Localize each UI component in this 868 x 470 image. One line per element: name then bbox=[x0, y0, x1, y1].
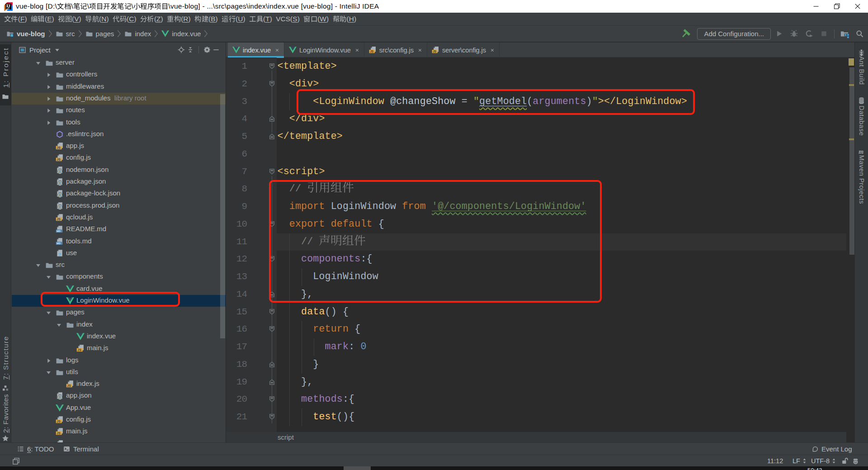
stop-button[interactable] bbox=[819, 28, 829, 39]
tool-window-button-terminal[interactable]: Terminal bbox=[63, 443, 99, 455]
search-everywhere-button[interactable] bbox=[854, 28, 865, 39]
fold-marker-start[interactable] bbox=[268, 80, 276, 88]
menu-item-e[interactable]: (E) bbox=[29, 13, 56, 26]
tree-item-pages[interactable]: pages bbox=[12, 307, 226, 318]
breadcrumb-script[interactable]: script bbox=[278, 433, 294, 441]
inspection-status-marker[interactable] bbox=[849, 58, 854, 66]
tree-item-process.prod.json[interactable]: process.prod.json bbox=[12, 200, 226, 212]
run-button[interactable] bbox=[774, 28, 784, 39]
encoding-widget[interactable]: UTF-8 bbox=[811, 455, 836, 467]
tree-item-package.json[interactable]: package.json bbox=[12, 176, 226, 188]
collapsed-arrow-icon[interactable] bbox=[46, 72, 52, 78]
editor-scrollbar-stripe[interactable] bbox=[846, 57, 854, 442]
fold-marker-start[interactable] bbox=[268, 62, 276, 70]
editor-breadcrumbs[interactable]: script bbox=[226, 432, 846, 442]
menu-item-z[interactable]: (Z) bbox=[138, 13, 165, 26]
editor-tab-server-config.js[interactable]: server\config.js bbox=[427, 43, 500, 57]
expanded-arrow-icon[interactable] bbox=[46, 274, 52, 280]
tree-item-src[interactable]: src bbox=[12, 259, 226, 271]
collapsed-arrow-icon[interactable] bbox=[46, 84, 52, 90]
build-button[interactable] bbox=[680, 28, 691, 39]
line-separator-widget[interactable]: LF bbox=[793, 455, 807, 467]
tree-item-use[interactable]: use bbox=[12, 247, 226, 259]
tool-window-button-eventlog[interactable]: Event Log bbox=[811, 443, 852, 455]
tree-item-package-lock.json[interactable]: package-lock.json bbox=[12, 188, 226, 199]
tree-item-qcloud.js[interactable]: qcloud.js bbox=[12, 212, 226, 223]
breadcrumb-item-index[interactable]: index bbox=[124, 30, 151, 38]
collapsed-arrow-icon[interactable] bbox=[46, 96, 52, 102]
expanded-arrow-icon[interactable] bbox=[46, 310, 52, 316]
tool-window-button-antbuild[interactable]: Ant Build bbox=[855, 49, 868, 85]
chevron-down-icon[interactable] bbox=[54, 47, 60, 53]
fold-marker-end[interactable] bbox=[268, 361, 276, 368]
project-panel-header[interactable]: Project bbox=[12, 43, 226, 57]
tool-window-button-todo[interactable]: 6: TODO bbox=[17, 443, 54, 455]
tree-item-components[interactable]: components bbox=[12, 271, 226, 283]
fold-marker-end[interactable] bbox=[268, 378, 276, 386]
add-configuration-button[interactable]: Add Configuration... bbox=[697, 28, 771, 40]
debug-button[interactable] bbox=[789, 28, 799, 39]
coverage-button[interactable] bbox=[804, 28, 814, 39]
caret-position-widget[interactable]: 11:12 bbox=[767, 455, 783, 467]
maximize-button[interactable] bbox=[826, 0, 847, 13]
expanded-arrow-icon[interactable] bbox=[35, 60, 41, 66]
expanded-arrow-icon[interactable] bbox=[46, 370, 52, 375]
tree-item-node_modules[interactable]: node_modules library root bbox=[12, 93, 226, 104]
hector-widget[interactable] bbox=[852, 455, 859, 467]
collapsed-arrow-icon[interactable] bbox=[46, 358, 52, 364]
expanded-arrow-icon[interactable] bbox=[56, 322, 62, 328]
tool-window-button-project[interactable]: 1: Project bbox=[0, 44, 11, 105]
menu-item-t[interactable]: (T) bbox=[247, 13, 274, 26]
tree-item-tools[interactable]: tools bbox=[12, 117, 226, 128]
tree-item-partial[interactable] bbox=[12, 438, 226, 442]
tree-item-tools.md[interactable]: tools.md bbox=[12, 236, 226, 247]
tree-item-middlewares[interactable]: middlewares bbox=[12, 81, 226, 93]
menu-item-f[interactable]: (F) bbox=[2, 13, 29, 26]
editor-tab-index.vue[interactable]: index.vue bbox=[228, 43, 284, 57]
breadcrumb-item-index.vue[interactable]: index.vue bbox=[161, 30, 201, 38]
collapse-all-icon[interactable] bbox=[187, 46, 194, 53]
close-tab-icon[interactable] bbox=[490, 48, 495, 52]
tree-item-routes[interactable]: routes bbox=[12, 104, 226, 116]
tree-item-main.js[interactable]: main.js bbox=[12, 342, 226, 354]
project-tree-scrollbar[interactable] bbox=[220, 94, 225, 338]
warning-stripe-mark[interactable] bbox=[849, 84, 854, 86]
tree-item-App.vue[interactable]: App.vue bbox=[12, 402, 226, 414]
fold-marker-start[interactable] bbox=[268, 395, 276, 403]
menu-item-n[interactable]: (N) bbox=[83, 13, 111, 26]
fold-marker-start[interactable] bbox=[268, 413, 276, 421]
tool-window-button-structure[interactable]: 7: Structure bbox=[0, 333, 11, 392]
tree-item-config.js[interactable]: config.js bbox=[12, 414, 226, 426]
breadcrumb-item-src[interactable]: src bbox=[56, 30, 75, 38]
tree-item-index[interactable]: index bbox=[12, 319, 226, 331]
tree-item-README.md[interactable]: README.md bbox=[12, 223, 226, 235]
toggle-toolwindows-button[interactable] bbox=[12, 455, 20, 467]
menu-item-v[interactable]: (V) bbox=[56, 13, 83, 26]
fold-marker-start[interactable] bbox=[268, 308, 276, 316]
editor-tab-src-config.js[interactable]: src\config.js bbox=[364, 43, 427, 57]
menu-item-vcss[interactable]: VCS(S) bbox=[274, 13, 302, 26]
collapsed-arrow-icon[interactable] bbox=[46, 120, 52, 126]
menu-item-b[interactable]: (B) bbox=[193, 13, 220, 26]
fold-marker-start[interactable] bbox=[268, 168, 276, 176]
menu-item-w[interactable]: (W) bbox=[302, 13, 330, 26]
project-structure-button[interactable] bbox=[840, 28, 850, 39]
tree-item-nodemon.json[interactable]: nodemon.json bbox=[12, 164, 226, 176]
close-tab-icon[interactable] bbox=[418, 48, 422, 52]
tree-item-utils[interactable]: utils bbox=[12, 366, 226, 378]
fold-marker-end[interactable] bbox=[268, 133, 276, 140]
tool-window-button-favorites[interactable]: 2: Favorites bbox=[0, 394, 11, 442]
tool-window-button-database[interactable]: Database bbox=[855, 97, 868, 137]
close-tab-icon[interactable] bbox=[275, 48, 279, 52]
menu-item-c[interactable]: (C) bbox=[111, 13, 138, 26]
hide-panel-icon[interactable] bbox=[212, 46, 220, 53]
breadcrumb-item-vue-blog[interactable]: vue-blog bbox=[6, 30, 45, 38]
tree-item-app.js[interactable]: app.js bbox=[12, 140, 226, 152]
menu-item-r[interactable]: (R) bbox=[165, 13, 193, 26]
tree-item-app.json[interactable]: app.json bbox=[12, 390, 226, 402]
menu-item-u[interactable]: (U) bbox=[220, 13, 247, 26]
fold-marker-start[interactable] bbox=[268, 325, 276, 333]
gear-icon[interactable] bbox=[203, 46, 211, 53]
warning-stripe-mark[interactable] bbox=[849, 138, 854, 140]
lock-widget[interactable] bbox=[841, 455, 849, 467]
